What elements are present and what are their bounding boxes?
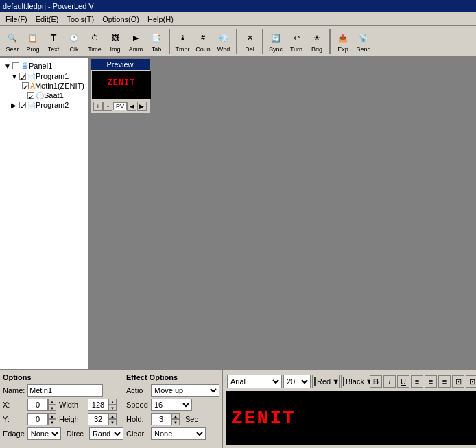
expand-program1[interactable]: ▼ <box>11 73 18 80</box>
toolbar-wnd[interactable]: 💨 Wnd <box>214 28 233 54</box>
brig-icon: ☀ <box>309 30 325 46</box>
tree-program2[interactable]: ▶ ✓ 📄 Program2 <box>3 100 86 110</box>
tree-program1[interactable]: ▼ ✓ 📄 Program1 <box>3 71 86 81</box>
tree-panel1[interactable]: ▼ 🖥 Panel1 <box>3 60 86 71</box>
hold-down-btn[interactable]: ▼ <box>171 419 180 425</box>
format-align-right-btn[interactable]: ≡ <box>438 375 451 388</box>
checkbox-metin1[interactable]: ✓ <box>22 82 29 89</box>
text-color-label: Red <box>317 377 331 386</box>
y-input[interactable] <box>27 413 48 425</box>
format-bold-btn[interactable]: B <box>370 375 382 388</box>
tree-metin1[interactable]: ✓ A Metin1(ZENIT) <box>3 81 86 91</box>
format-italic-btn[interactable]: I <box>383 375 396 388</box>
checkbox-program2[interactable]: ✓ <box>19 102 26 108</box>
toolbar-brig[interactable]: ☀ Brig <box>307 28 326 54</box>
preview-prev-btn[interactable]: ◀ <box>127 102 136 111</box>
toolbar: 🔍 Sear 📋 Prog T Text 🕐 Clk ⏱ Time 🖼 Img … <box>0 26 476 58</box>
sync-icon: 🔄 <box>267 30 284 46</box>
checkbox-program1[interactable]: ✓ <box>19 73 26 80</box>
toolbar-exp[interactable]: 📤 Exp <box>333 28 353 54</box>
toolbar-search-label: Sear <box>5 46 19 53</box>
format-align-center-btn[interactable]: ≡ <box>425 375 437 388</box>
bg-color-picker[interactable]: Black ▼ <box>341 375 368 388</box>
height-input[interactable] <box>88 413 108 425</box>
menu-options[interactable]: Options(O) <box>98 14 143 25</box>
exp-icon: 📤 <box>335 30 351 46</box>
toolbar-send[interactable]: 📡 Send <box>354 28 373 54</box>
x-input[interactable] <box>27 399 48 411</box>
menu-file[interactable]: File(F) <box>1 14 32 25</box>
width-down-btn[interactable]: ▼ <box>108 405 117 411</box>
hold-up-btn[interactable]: ▲ <box>171 413 180 419</box>
text-color-dropdown[interactable]: ▼ <box>332 377 340 386</box>
y-up-btn[interactable]: ▲ <box>48 413 56 419</box>
text-icon: T <box>45 30 62 46</box>
send-icon: 📡 <box>355 30 372 46</box>
checkbox-panel1[interactable] <box>12 62 19 69</box>
expand-panel1[interactable]: ▼ <box>4 62 11 70</box>
title-bar: default.ledprj - PowerLed V <box>0 0 476 12</box>
x-label: X: <box>3 401 25 409</box>
edge-select[interactable]: None Fade Blink <box>27 427 61 440</box>
preview-next-btn[interactable]: ▶ <box>137 102 147 111</box>
y-down-btn[interactable]: ▼ <box>48 419 56 425</box>
hold-row: Hold: ▲ ▼ Sec <box>126 413 219 425</box>
format-align-left-btn[interactable]: ≡ <box>411 375 423 388</box>
search-icon: 🔍 <box>4 30 21 46</box>
toolbar-search[interactable]: 🔍 Sear <box>3 28 22 54</box>
format-underline-btn[interactable]: U <box>397 375 409 388</box>
edge-label: Edage <box>3 429 25 438</box>
size-select[interactable]: 8101214161820242832 <box>283 375 311 388</box>
toolbar-turn-label: Turn <box>290 46 302 53</box>
menu-help[interactable]: Help(H) <box>143 14 178 25</box>
tree-panel: ▼ 🖥 Panel1 ▼ ✓ 📄 Program1 ✓ A Metin1(ZEN… <box>0 58 89 369</box>
toolbar-sync[interactable]: 🔄 Sync <box>266 28 285 54</box>
speed-select[interactable]: 8 16 24 32 <box>151 399 192 411</box>
preview-controls: + - PV ◀ ▶ <box>91 100 150 113</box>
expand-program2[interactable]: ▶ <box>11 102 18 109</box>
toolbar-img[interactable]: 🖼 Img <box>106 28 125 54</box>
dircc-select[interactable]: Rand Left Right Up Down <box>89 427 123 440</box>
hold-input[interactable] <box>151 413 171 425</box>
toolbar-turn[interactable]: ↩ Turn <box>287 28 306 54</box>
toolbar-tab[interactable]: 📑 Tab <box>147 28 166 54</box>
width-up-btn[interactable]: ▲ <box>108 399 117 405</box>
width-input[interactable] <box>88 399 108 411</box>
font-select[interactable]: Arial Times Courier <box>227 375 282 388</box>
x-up-btn[interactable]: ▲ <box>48 399 56 405</box>
clear-label: Clear <box>126 429 148 438</box>
img-icon: 🖼 <box>107 30 123 46</box>
text-color-picker[interactable]: Red ▼ <box>312 375 340 388</box>
toolbar-del[interactable]: ✕ Del <box>240 28 259 54</box>
height-up-btn[interactable]: ▲ <box>108 413 117 419</box>
action-row: Actio Move up Move down Move left Move r… <box>126 384 219 397</box>
preview-minus-btn[interactable]: - <box>103 102 112 111</box>
tmpr-icon: 🌡 <box>174 30 191 46</box>
text-color-swatch <box>314 377 316 386</box>
hold-label: Hold: <box>126 415 148 423</box>
clear-select[interactable]: None Fade Move left Move right <box>151 427 206 440</box>
x-down-btn[interactable]: ▼ <box>48 405 56 411</box>
action-select[interactable]: Move up Move down Move left Move right S… <box>151 384 219 397</box>
menu-tools[interactable]: Tools(T) <box>62 14 98 25</box>
toolbar-time[interactable]: ⏱ Time <box>85 28 104 54</box>
toolbar-tmpr[interactable]: 🌡 Tmpr <box>173 28 192 54</box>
tree-saat1[interactable]: ✓ 🕐 Saat1 <box>3 91 86 100</box>
toolbar-send-label: Send <box>356 46 370 53</box>
content-area: Preview ZENIT · · · · · + - PV ◀ ▶ <box>89 58 476 369</box>
menu-edit[interactable]: Edit(E) <box>32 14 63 25</box>
format-btn1[interactable]: ⊡ <box>452 375 464 388</box>
height-down-btn[interactable]: ▼ <box>108 419 117 425</box>
preview-plus-btn[interactable]: + <box>93 102 103 111</box>
format-btn2[interactable]: ⊡ <box>466 375 476 388</box>
toolbar-clk[interactable]: 🕐 Clk <box>64 28 84 54</box>
toolbar-coun[interactable]: # Coun <box>193 28 213 54</box>
checkbox-saat1[interactable]: ✓ <box>27 92 34 99</box>
preview-text: ZENIT <box>107 78 135 88</box>
toolbar-anim[interactable]: ▶ Anim <box>126 28 145 54</box>
toolbar-prog[interactable]: 📋 Prog <box>23 28 43 54</box>
name-input[interactable] <box>27 384 103 397</box>
toolbar-brig-label: Brig <box>311 46 322 53</box>
toolbar-text[interactable]: T Text <box>44 28 63 54</box>
preview-window: Preview ZENIT · · · · · + - PV ◀ ▶ <box>89 58 151 114</box>
